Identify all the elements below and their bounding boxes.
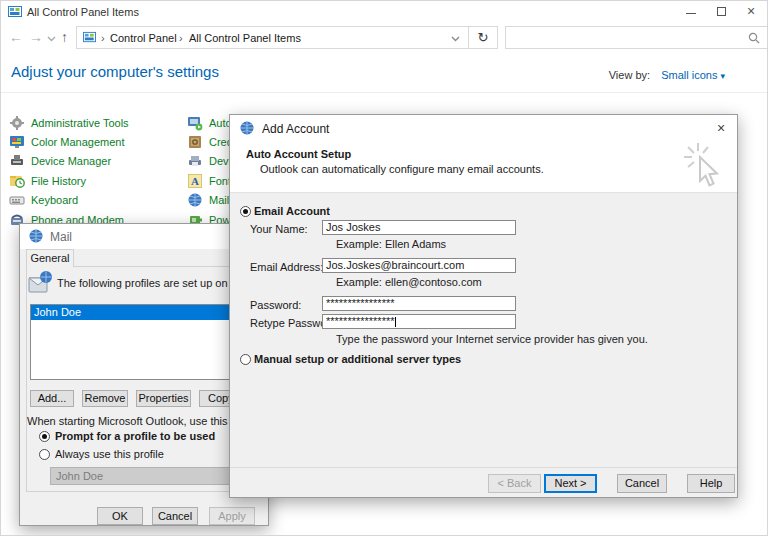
maximize-button[interactable] — [707, 1, 738, 23]
control-panel-window: All Control Panel Items × ← → ↑ › Contro… — [0, 0, 768, 536]
mail-dialog-title: Mail — [50, 230, 72, 244]
item-administrative-tools[interactable]: Administrative Tools — [9, 113, 129, 132]
text-caret — [395, 317, 396, 327]
your-name-label: Your Name: — [250, 223, 308, 235]
mail-dialog-icon — [28, 228, 44, 244]
help-button[interactable]: Help — [687, 474, 735, 493]
up-button[interactable]: ↑ — [61, 29, 68, 45]
radio-manual-setup[interactable] — [240, 354, 251, 365]
password-field[interactable]: **************** — [322, 296, 516, 311]
dialog-close-button[interactable]: × — [705, 115, 737, 141]
dialog-close-icon: × — [717, 120, 725, 136]
refresh-icon: ↻ — [478, 30, 489, 45]
device-manager-icon — [9, 153, 25, 169]
radio-email-account[interactable] — [240, 206, 251, 217]
view-by-dropdown-icon[interactable]: ▾ — [720, 71, 725, 81]
file-history-icon — [9, 173, 25, 189]
remove-profile-button[interactable]: Remove — [82, 390, 128, 407]
ok-button[interactable]: OK — [97, 507, 143, 525]
maximize-icon — [717, 7, 726, 16]
profile-list-item-selected[interactable]: John Doe — [31, 305, 260, 320]
keyboard-icon — [9, 192, 25, 208]
radio-always-label[interactable]: Always use this profile — [55, 448, 164, 460]
address-dropdown-chevron-icon[interactable] — [451, 36, 460, 42]
item-color-management[interactable]: Color Management — [9, 132, 129, 151]
profile-list[interactable]: John Doe — [30, 304, 261, 380]
add-account-titlebar: Add Account × — [230, 115, 737, 141]
add-account-dialog: Add Account × Auto Account Setup Outlook… — [229, 114, 738, 498]
your-name-field[interactable]: Jos Joskes — [322, 220, 516, 235]
address-bar[interactable]: › Control Panel › All Control Panel Item… — [76, 26, 469, 49]
mail-globe-icon — [187, 192, 203, 208]
back-button[interactable]: ← — [9, 29, 23, 45]
auto-account-setup-subtitle: Outlook can automatically configure many… — [260, 163, 544, 175]
devices-and-printers-icon — [187, 153, 203, 169]
window-titlebar: All Control Panel Items × — [1, 1, 768, 23]
address-control-panel-icon — [83, 31, 96, 44]
heading-separator — [1, 92, 768, 93]
radio-prompt-for-profile[interactable] — [39, 431, 50, 442]
minimize-icon — [686, 13, 696, 14]
search-input[interactable] — [505, 26, 768, 49]
apply-button[interactable]: Apply — [209, 507, 255, 525]
view-by-label: View by: — [609, 69, 650, 81]
window-title: All Control Panel Items — [27, 6, 139, 18]
add-profile-button[interactable]: Add... — [30, 390, 74, 407]
control-panel-icon — [8, 5, 22, 19]
autoplay-icon — [187, 115, 203, 131]
page-title: Adjust your computer's settings — [11, 63, 219, 80]
view-by-value[interactable]: Small icons — [661, 69, 717, 81]
password-note: Type the password your Internet service … — [336, 333, 648, 345]
cancel-button-wizard[interactable]: Cancel — [617, 474, 667, 493]
mail-profiles-icon — [27, 270, 53, 296]
your-name-hint: Example: Ellen Adams — [336, 238, 446, 250]
item-file-history[interactable]: File History — [9, 171, 129, 190]
administrative-tools-icon — [9, 115, 25, 131]
add-account-title: Add Account — [262, 122, 329, 136]
radio-prompt-label[interactable]: Prompt for a profile to be used — [55, 430, 215, 442]
add-account-dialog-icon — [239, 120, 255, 136]
item-keyboard[interactable]: Keyboard — [9, 191, 129, 210]
radio-email-account-label[interactable]: Email Account — [254, 205, 330, 217]
refresh-button[interactable]: ↻ — [468, 26, 498, 49]
cancel-button[interactable]: Cancel — [152, 507, 198, 525]
password-label: Password: — [250, 299, 301, 311]
navigation-toolbar: ← → ↑ › Control Panel › All Control Pane… — [1, 23, 768, 55]
retype-password-field[interactable]: **************** — [322, 314, 516, 329]
close-button[interactable]: × — [738, 1, 768, 23]
tab-general[interactable]: General — [26, 249, 74, 267]
view-by-control: View by: Small icons ▾ — [609, 69, 725, 81]
cursor-sparkle-graphic — [682, 141, 734, 193]
email-address-label: Email Address: — [250, 261, 323, 273]
search-icon — [748, 32, 760, 44]
breadcrumb-separator: › — [179, 32, 183, 44]
credential-manager-icon — [187, 134, 203, 150]
radio-manual-setup-label[interactable]: Manual setup or additional server types — [254, 353, 461, 365]
breadcrumb-control-panel[interactable]: Control Panel — [110, 32, 177, 44]
next-button[interactable]: Next > — [544, 474, 597, 493]
fonts-icon: A — [187, 173, 203, 189]
breadcrumb-all-items[interactable]: All Control Panel Items — [189, 32, 301, 44]
back-button[interactable]: < Back — [488, 474, 541, 493]
email-address-field[interactable]: Jos.Joskes@braincourt.com — [322, 258, 516, 273]
items-column-1: Administrative Tools Color Management De… — [9, 113, 129, 229]
color-management-icon — [9, 134, 25, 150]
forward-button[interactable]: → — [29, 29, 43, 45]
breadcrumb-separator: › — [101, 32, 105, 44]
properties-button[interactable]: Properties — [136, 390, 191, 407]
radio-always-use-profile[interactable] — [39, 449, 50, 460]
recent-pages-chevron-icon[interactable] — [47, 36, 56, 42]
auto-account-setup-heading: Auto Account Setup — [246, 148, 351, 160]
minimize-button[interactable] — [676, 1, 707, 23]
add-account-body: Email Account Your Name: Jos Joskes Exam… — [230, 192, 737, 497]
close-icon: × — [747, 3, 755, 19]
email-address-hint: Example: ellen@contoso.com — [336, 276, 482, 288]
item-device-manager[interactable]: Device Manager — [9, 152, 129, 171]
footer-separator — [230, 467, 737, 468]
svg-text:A: A — [191, 175, 199, 187]
